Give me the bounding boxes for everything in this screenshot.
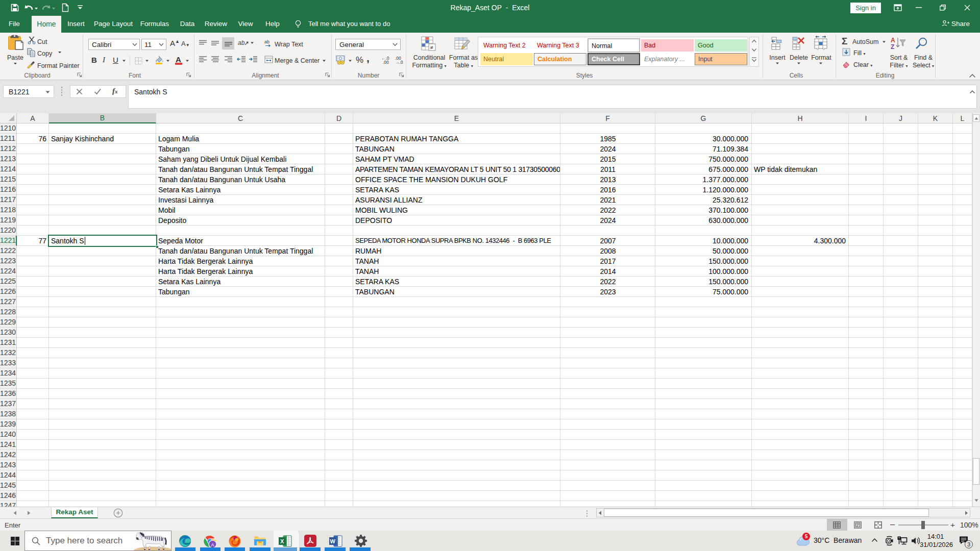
svg-text:A: A <box>891 37 895 44</box>
svg-text:Z: Z <box>891 43 894 51</box>
svg-text:≠: ≠ <box>430 44 433 51</box>
svg-text:ab: ab <box>264 39 270 44</box>
svg-text:X: X <box>280 538 284 544</box>
svg-text:A: A <box>211 542 214 547</box>
svg-text:.00: .00 <box>383 60 389 64</box>
svg-text:ab: ab <box>238 39 245 46</box>
svg-text:W: W <box>330 538 336 544</box>
svg-text:→.0: →.0 <box>395 60 403 64</box>
